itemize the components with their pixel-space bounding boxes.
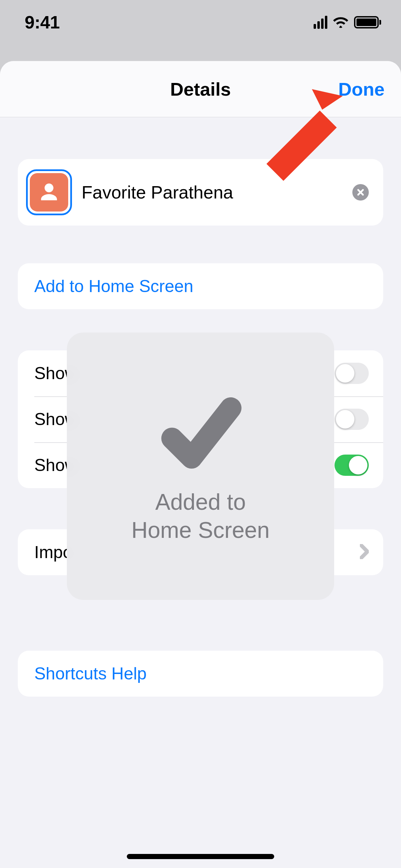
confirmation-hud: Added toHome Screen bbox=[67, 333, 334, 600]
toggle-switch-2[interactable] bbox=[335, 409, 369, 430]
sheet-header: Details Done bbox=[0, 61, 401, 117]
person-icon bbox=[38, 182, 60, 203]
status-time: 9:41 bbox=[25, 12, 60, 33]
cellular-icon bbox=[314, 16, 327, 29]
add-to-home-screen-button[interactable]: Add to Home Screen bbox=[18, 263, 383, 309]
chevron-right-icon bbox=[360, 544, 369, 560]
done-button[interactable]: Done bbox=[338, 79, 385, 100]
clear-name-button[interactable] bbox=[352, 184, 369, 201]
shortcuts-help-button[interactable]: Shortcuts Help bbox=[18, 651, 383, 697]
shortcut-icon-button[interactable] bbox=[26, 169, 72, 215]
status-bar: 9:41 bbox=[0, 0, 401, 45]
toggle-switch-3[interactable] bbox=[335, 455, 369, 476]
status-icons bbox=[314, 16, 381, 29]
home-screen-group: Add to Home Screen bbox=[18, 263, 383, 309]
close-icon bbox=[356, 188, 365, 196]
shortcut-name-row: Favorite Parathena bbox=[18, 159, 383, 226]
battery-icon bbox=[354, 16, 381, 28]
help-label: Shortcuts Help bbox=[34, 664, 369, 684]
checkmark-icon bbox=[156, 388, 245, 478]
home-indicator[interactable] bbox=[127, 854, 274, 859]
hud-message: Added toHome Screen bbox=[131, 488, 270, 544]
page-title: Details bbox=[170, 79, 231, 100]
add-home-label: Add to Home Screen bbox=[34, 276, 369, 296]
toggle-switch-1[interactable] bbox=[335, 363, 369, 384]
shortcut-name-input[interactable]: Favorite Parathena bbox=[82, 182, 343, 203]
wifi-icon bbox=[333, 16, 349, 29]
help-group: Shortcuts Help bbox=[18, 651, 383, 697]
